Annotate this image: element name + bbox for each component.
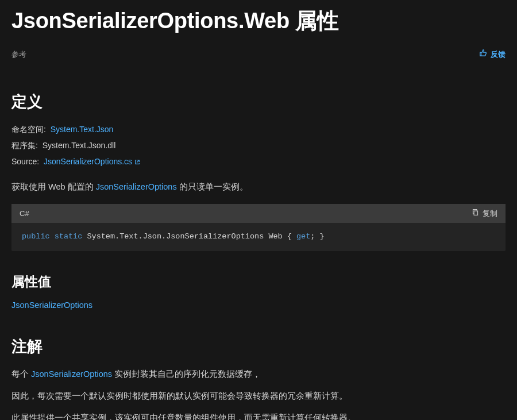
namespace-key: 命名空间: bbox=[11, 125, 46, 134]
summary-text: 获取使用 Web 配置的 JsonSerializerOptions 的只读单一… bbox=[11, 181, 506, 194]
namespace-row: 命名空间: System.Text.Json bbox=[11, 124, 506, 136]
keyword-static: static bbox=[55, 232, 83, 241]
propvalue-heading: 属性值 bbox=[11, 272, 506, 292]
namespace-link[interactable]: System.Text.Json bbox=[51, 125, 114, 134]
keyword-public: public bbox=[22, 232, 50, 241]
page-title: JsonSerializerOptions.Web 属性 bbox=[11, 5, 506, 37]
source-link[interactable]: JsonSerializerOptions.cs bbox=[44, 157, 140, 166]
remarks-heading: 注解 bbox=[11, 335, 506, 359]
thumbs-up-icon bbox=[479, 49, 487, 60]
keyword-get: get bbox=[296, 232, 310, 241]
assembly-key: 程序集: bbox=[11, 141, 38, 150]
source-row: Source: JsonSerializerOptions.cs bbox=[11, 156, 506, 168]
external-link-icon bbox=[134, 156, 140, 168]
remarks-p1: 每个 JsonSerializerOptions 实例封装其自己的序列化元数据缓… bbox=[11, 368, 506, 381]
feedback-button[interactable]: 反馈 bbox=[479, 49, 506, 60]
code-header: C# 复制 bbox=[11, 204, 506, 224]
remarks-body: 每个 JsonSerializerOptions 实例封装其自己的序列化元数据缓… bbox=[11, 368, 506, 420]
code-type-name: System.Text.Json.JsonSerializerOptions W… bbox=[82, 232, 296, 241]
copy-button[interactable]: 复制 bbox=[472, 208, 497, 219]
code-tail: ; } bbox=[310, 232, 324, 241]
assembly-row: 程序集: System.Text.Json.dll bbox=[11, 140, 506, 152]
remarks-p3: 此属性提供一个共享实例，该实例可由任意数量的组件使用，而无需重新计算任何转换器。 bbox=[11, 412, 506, 420]
definition-heading: 定义 bbox=[11, 90, 506, 114]
assembly-value: System.Text.Json.dll bbox=[43, 141, 116, 150]
code-block: C# 复制 public static System.Text.Json.Jso… bbox=[11, 204, 506, 251]
summary-link[interactable]: JsonSerializerOptions bbox=[96, 182, 177, 191]
source-key: Source: bbox=[11, 157, 39, 166]
feedback-label: 反馈 bbox=[491, 49, 506, 60]
svg-rect-0 bbox=[474, 211, 478, 215]
reference-label: 参考 bbox=[11, 49, 26, 60]
remarks-p2: 因此，每次需要一个默认实例时都使用新的默认实例可能会导致转换器的冗余重新计算。 bbox=[11, 390, 506, 403]
propvalue-link[interactable]: JsonSerializerOptions bbox=[11, 299, 92, 312]
copy-icon bbox=[472, 208, 479, 219]
code-body: public static System.Text.Json.JsonSeria… bbox=[11, 223, 506, 251]
meta-row: 参考 反馈 bbox=[11, 49, 506, 60]
copy-label: 复制 bbox=[483, 208, 497, 219]
code-lang-label: C# bbox=[20, 208, 29, 219]
remarks-p1-link[interactable]: JsonSerializerOptions bbox=[31, 369, 112, 379]
